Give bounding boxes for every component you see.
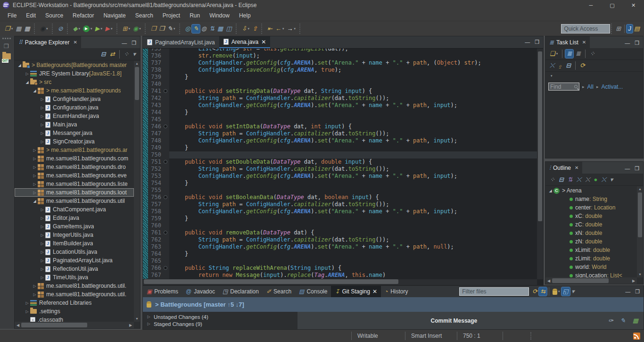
code-line-741[interactable]: 741 public void setStringData(DataType d… bbox=[143, 88, 537, 95]
tree-item[interactable]: ▷JMessanger.java bbox=[15, 129, 134, 137]
maximize-view-icon[interactable]: ❒ bbox=[132, 40, 136, 46]
code-line-764[interactable]: 764 } bbox=[143, 250, 537, 258]
collapse-down-button[interactable]: ⇩▾ bbox=[240, 25, 251, 33]
tab-console[interactable]: ▤Console bbox=[295, 286, 331, 297]
minimize-view-icon[interactable]: — bbox=[625, 289, 630, 295]
tab-package-explorer[interactable]: ⠿ Package Explorer ✕ bbox=[15, 36, 81, 48]
expand-arrow-icon[interactable]: ▷ bbox=[32, 191, 38, 195]
tree-item[interactable]: ▷JRE System Library [JavaSE-1.8] bbox=[15, 69, 134, 78]
code-line-744[interactable]: 744 } bbox=[143, 109, 537, 116]
link-editor-button[interactable]: ⇄ bbox=[108, 50, 116, 58]
expand-arrow-icon[interactable]: ▷ bbox=[146, 315, 152, 319]
code-line-740[interactable]: 740 bbox=[143, 81, 537, 88]
expand-arrow-icon[interactable]: ▷ bbox=[32, 284, 38, 288]
tree-item[interactable]: ◢me.samuel81.battlegrounds.util bbox=[15, 197, 134, 205]
expand-arrow-icon[interactable]: ▷ bbox=[24, 309, 30, 314]
crumb-activated[interactable]: Activat... bbox=[601, 83, 623, 90]
code-line-750[interactable]: 750 bbox=[143, 151, 537, 158]
collapse-all-button[interactable]: ⊟ bbox=[557, 175, 565, 184]
filters-button[interactable]: ⁘ bbox=[123, 50, 131, 58]
outline-field-world[interactable]: world : World bbox=[545, 263, 637, 271]
tab-history[interactable]: ◔History bbox=[381, 286, 412, 297]
expand-arrow-icon[interactable]: ▷ bbox=[39, 123, 45, 127]
import-button[interactable]: ❒ bbox=[158, 25, 166, 33]
code-line-745[interactable]: 745 bbox=[143, 116, 537, 123]
tree-item[interactable]: ▷me.samuel81.battlegrounds.liste bbox=[15, 180, 134, 188]
editor-vscrollbar[interactable] bbox=[537, 49, 543, 279]
maximize-button[interactable]: ▢ bbox=[602, 0, 623, 10]
fold-collapse-icon[interactable] bbox=[164, 231, 167, 234]
new-task-button[interactable]: ❏▾ bbox=[548, 50, 559, 58]
java-perspective-button[interactable]: J bbox=[627, 25, 633, 33]
expand-up-button[interactable]: ⇧ bbox=[251, 25, 259, 33]
save-all-button[interactable]: ▦ bbox=[23, 25, 31, 33]
maximize-view-icon[interactable]: ❒ bbox=[635, 40, 639, 46]
menu-navigate[interactable]: Navigate bbox=[99, 11, 130, 20]
close-icon[interactable]: ✕ bbox=[575, 165, 578, 170]
tree-item[interactable]: ▷JReflectionUtil.java bbox=[15, 265, 134, 273]
close-button[interactable]: ✕ bbox=[623, 0, 644, 10]
expand-arrow-icon[interactable]: ▷ bbox=[39, 225, 45, 229]
tree-item[interactable]: ◢> me.samuel81.battlegrounds bbox=[15, 86, 134, 95]
menu-project[interactable]: Project bbox=[158, 11, 185, 20]
expand-arrow-icon[interactable]: ▷ bbox=[32, 148, 38, 152]
tab-outline[interactable]: ⫶ Outline ✕ bbox=[545, 162, 582, 174]
code-line-739[interactable]: 739 } bbox=[143, 74, 537, 81]
tree-item[interactable]: ▷.settings bbox=[15, 307, 134, 316]
tree-item[interactable]: ▷JLocationUtils.java bbox=[15, 248, 134, 256]
pin-button[interactable]: ◎ bbox=[184, 25, 192, 33]
tree-item[interactable]: ◢> Battlegrounds [Battlegrounds master bbox=[15, 61, 134, 69]
sort-button[interactable]: ⇅ bbox=[566, 175, 574, 184]
fold-collapse-icon[interactable] bbox=[164, 160, 167, 164]
save-button[interactable]: ▦ bbox=[14, 25, 23, 33]
tab-problems[interactable]: ▣Problems bbox=[143, 286, 182, 297]
code-line-757[interactable]: 757 String path = ConfigHandler.capitali… bbox=[143, 201, 537, 208]
code-line-753[interactable]: 753 ConfigHandler.getConfig(cfg.ARENA).s… bbox=[143, 173, 537, 180]
git-repositories-icon[interactable]: GIT bbox=[2, 53, 11, 59]
code-line-736[interactable]: 736 str.remove(input); bbox=[143, 52, 537, 59]
dock-drag-handle[interactable] bbox=[0, 36, 14, 42]
hide-non-public-button[interactable]: ● bbox=[593, 175, 599, 184]
focus-workweek-button[interactable]: ⁘ bbox=[588, 50, 596, 58]
menu-run[interactable]: Run bbox=[185, 11, 205, 20]
collapse-all-button[interactable]: ⊟ bbox=[564, 61, 572, 70]
expand-arrow-icon[interactable]: ▷ bbox=[32, 182, 38, 186]
scheduled-view-button[interactable]: ≣ bbox=[574, 50, 582, 58]
tree-item[interactable]: ▷> me.samuel81.battlegrounds.ar bbox=[15, 146, 134, 154]
resource-perspective-button[interactable]: ▤ bbox=[633, 25, 641, 33]
view-menu-button[interactable]: ▾ bbox=[548, 73, 554, 79]
menu-edit[interactable]: Edit bbox=[21, 11, 41, 20]
code-line-761[interactable]: 761 public void removeData(DataType dat)… bbox=[143, 229, 537, 236]
filter-files-input[interactable]: Filter files bbox=[459, 287, 529, 296]
code-viewport[interactable]: 735 List<String> str = this.getStringLis… bbox=[143, 49, 537, 279]
tree-item[interactable]: ▷Referenced Libraries bbox=[15, 299, 134, 307]
expand-arrow-icon[interactable]: ▷ bbox=[32, 157, 38, 161]
code-line-748[interactable]: 748 ConfigHandler.getConfig(cfg.ARENA).s… bbox=[143, 137, 537, 144]
minimize-view-icon[interactable]: — bbox=[625, 40, 630, 46]
code-line-752[interactable]: 752 String path = ConfigHandler.capitali… bbox=[143, 166, 537, 173]
fold-collapse-icon[interactable] bbox=[164, 195, 167, 199]
collapse-arrow-icon[interactable]: ◢ bbox=[17, 63, 23, 67]
code-line-759[interactable]: 759 } bbox=[143, 215, 537, 222]
code-line-765[interactable]: 765 bbox=[143, 258, 537, 265]
expand-arrow-icon[interactable]: ▷ bbox=[32, 165, 38, 169]
maximize-view-icon[interactable]: ❒ bbox=[635, 289, 640, 295]
tab-git-staging[interactable]: ↧Git Staging✕ bbox=[331, 286, 381, 297]
tree-item[interactable]: ▷JTimeUtils.java bbox=[15, 273, 134, 282]
tree-item[interactable]: ▷JItemBuilder.java bbox=[15, 239, 134, 248]
close-icon[interactable]: ✕ bbox=[582, 40, 586, 45]
menu-source[interactable]: Source bbox=[41, 11, 68, 20]
expand-arrow-icon[interactable]: ▷ bbox=[39, 208, 45, 212]
account-button[interactable]: ◉▾ bbox=[39, 25, 50, 33]
repository-button[interactable]: ▾ bbox=[551, 288, 561, 296]
tree-item[interactable]: x.classpath bbox=[15, 316, 134, 322]
tree-item[interactable]: ▷me.samuel81.battlegrounds.eve bbox=[15, 171, 134, 180]
tree-item[interactable]: ▷JEnumHandler.java bbox=[15, 112, 134, 120]
skip-breakpoints-button[interactable]: ⊘ bbox=[57, 25, 65, 33]
expand-arrow-icon[interactable]: ▷ bbox=[39, 233, 45, 237]
outline-field-name[interactable]: name : String bbox=[545, 195, 637, 203]
view-menu-button[interactable]: ▾ bbox=[570, 287, 576, 296]
sync-editor-button[interactable]: ⇅ bbox=[208, 25, 216, 33]
tree-item[interactable]: ▷JMain.java bbox=[15, 120, 134, 129]
tree-item[interactable]: ▷JIntegerUtils.java bbox=[15, 231, 134, 239]
